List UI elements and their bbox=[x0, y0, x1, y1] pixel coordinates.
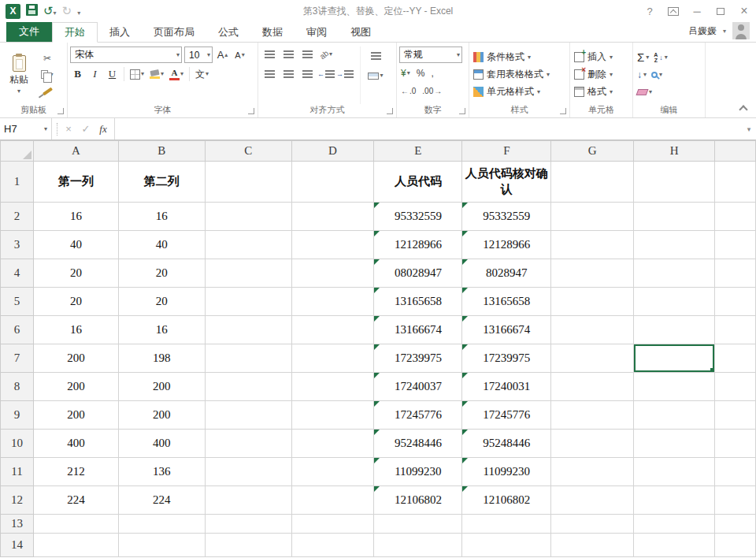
cell-C9[interactable] bbox=[205, 401, 291, 430]
cell-offsheet[interactable] bbox=[714, 288, 755, 316]
column-header-C[interactable]: C bbox=[205, 141, 291, 162]
cell-E3[interactable]: 12128966 bbox=[374, 231, 462, 259]
align-bottom-button[interactable] bbox=[298, 46, 316, 62]
cell-F9[interactable]: 17245776 bbox=[462, 401, 551, 430]
cell-E5[interactable]: 13165658 bbox=[374, 288, 462, 316]
cut-button[interactable]: ✂ bbox=[37, 51, 57, 65]
cell-H8[interactable] bbox=[634, 373, 715, 401]
bold-button[interactable]: B bbox=[70, 66, 85, 82]
cell-C1[interactable] bbox=[205, 162, 291, 203]
cell-D12[interactable] bbox=[291, 486, 374, 515]
cell-B11[interactable]: 136 bbox=[118, 458, 205, 486]
cell-offsheet[interactable] bbox=[714, 373, 755, 401]
cell-E9[interactable]: 17245776 bbox=[374, 401, 462, 430]
cell-C3[interactable] bbox=[205, 231, 291, 259]
font-name-combo[interactable]: 宋体 ▾ bbox=[70, 46, 182, 63]
row-header-8[interactable]: 8 bbox=[1, 373, 34, 401]
cell-H14[interactable] bbox=[634, 534, 715, 557]
cell-offsheet[interactable] bbox=[714, 486, 755, 515]
cell-B10[interactable]: 400 bbox=[118, 430, 205, 458]
cell-H9[interactable] bbox=[634, 401, 715, 430]
autosum-button[interactable]: Σ▾ bbox=[637, 50, 649, 64]
cell-G5[interactable] bbox=[551, 288, 634, 316]
cell-H3[interactable] bbox=[634, 231, 715, 259]
row-header-4[interactable]: 4 bbox=[1, 259, 34, 288]
row-header-5[interactable]: 5 bbox=[1, 288, 34, 316]
cell-B7[interactable]: 198 bbox=[118, 344, 205, 373]
select-all-corner[interactable] bbox=[1, 141, 34, 162]
maximize-button[interactable] bbox=[709, 0, 732, 22]
cell-G2[interactable] bbox=[551, 203, 634, 231]
cell-C14[interactable] bbox=[205, 534, 291, 557]
row-header-14[interactable]: 14 bbox=[1, 534, 34, 557]
cell-H4[interactable] bbox=[634, 259, 715, 288]
column-header-A[interactable]: A bbox=[33, 141, 118, 162]
format-painter-button[interactable] bbox=[37, 84, 57, 99]
cell-G6[interactable] bbox=[551, 316, 634, 344]
align-center-button[interactable] bbox=[280, 66, 297, 82]
cell-B9[interactable]: 200 bbox=[118, 401, 205, 430]
row-header-1[interactable]: 1 bbox=[1, 162, 34, 203]
cell-offsheet[interactable] bbox=[714, 458, 755, 486]
cell-A13[interactable] bbox=[33, 515, 118, 534]
align-right-button[interactable] bbox=[298, 66, 316, 82]
cell-G10[interactable] bbox=[551, 430, 634, 458]
cell-B3[interactable]: 40 bbox=[118, 231, 205, 259]
cell-A11[interactable]: 212 bbox=[33, 458, 118, 486]
conditional-formatting-button[interactable]: 条件格式▾ bbox=[472, 50, 567, 65]
italic-button[interactable]: I bbox=[87, 66, 102, 82]
tab-page-layout[interactable]: 页面布局 bbox=[142, 22, 206, 42]
insert-function-button[interactable]: fx bbox=[95, 121, 111, 138]
cell-F7[interactable]: 17239975 bbox=[462, 344, 551, 373]
cell-C13[interactable] bbox=[205, 515, 291, 534]
dialog-launcher-icon[interactable] bbox=[57, 108, 64, 114]
cell-G4[interactable] bbox=[551, 259, 634, 288]
cell-H12[interactable] bbox=[634, 486, 715, 515]
cell-D5[interactable] bbox=[291, 288, 374, 316]
cell-A3[interactable]: 40 bbox=[33, 231, 118, 259]
cell-E1[interactable]: 人员代码 bbox=[374, 162, 462, 203]
cell-A4[interactable]: 20 bbox=[33, 259, 118, 288]
cell-H6[interactable] bbox=[634, 316, 715, 344]
cell-B12[interactable]: 224 bbox=[118, 486, 205, 515]
row-header-12[interactable]: 12 bbox=[1, 486, 34, 515]
cell-offsheet[interactable] bbox=[714, 259, 755, 288]
row-header-11[interactable]: 11 bbox=[1, 458, 34, 486]
cell-G9[interactable] bbox=[551, 401, 634, 430]
cell-G12[interactable] bbox=[551, 486, 634, 515]
accounting-format-button[interactable]: ¥▾ bbox=[399, 66, 412, 80]
cell-H10[interactable] bbox=[634, 430, 715, 458]
find-select-button[interactable]: ▾ bbox=[651, 72, 662, 78]
save-button[interactable] bbox=[26, 4, 38, 19]
cell-E6[interactable]: 13166674 bbox=[374, 316, 462, 344]
row-header-2[interactable]: 2 bbox=[1, 203, 34, 231]
column-header-F[interactable]: F bbox=[462, 141, 551, 162]
cell-B8[interactable]: 200 bbox=[118, 373, 205, 401]
cell-D6[interactable] bbox=[291, 316, 374, 344]
borders-button[interactable]: ▾ bbox=[128, 66, 146, 82]
cell-D2[interactable] bbox=[291, 203, 374, 231]
cell-A14[interactable] bbox=[33, 534, 118, 557]
collapse-ribbon-button[interactable] bbox=[739, 105, 747, 113]
cell-E10[interactable]: 95248446 bbox=[374, 430, 462, 458]
cell-E7[interactable]: 17239975 bbox=[374, 344, 462, 373]
cell-A9[interactable]: 200 bbox=[33, 401, 118, 430]
redo-button[interactable]: ↻ bbox=[62, 4, 72, 18]
increase-decimal-button[interactable]: ←.0 bbox=[399, 84, 417, 98]
formula-bar-splitter[interactable] bbox=[52, 123, 57, 136]
align-top-button[interactable] bbox=[261, 46, 278, 62]
cell-G3[interactable] bbox=[551, 231, 634, 259]
decrease-indent-button[interactable]: ← bbox=[317, 66, 335, 82]
tab-home[interactable]: 开始 bbox=[52, 22, 98, 43]
comma-style-button[interactable]: , bbox=[429, 66, 435, 80]
cell-A2[interactable]: 16 bbox=[33, 203, 118, 231]
cell-E13[interactable] bbox=[374, 515, 462, 534]
cell-A12[interactable]: 224 bbox=[33, 486, 118, 515]
wrap-text-button[interactable] bbox=[364, 48, 387, 64]
font-color-button[interactable]: A▾ bbox=[168, 66, 185, 82]
cell-offsheet[interactable] bbox=[714, 430, 755, 458]
fill-button[interactable]: ↓▾ bbox=[637, 69, 647, 80]
cell-C10[interactable] bbox=[205, 430, 291, 458]
tab-file[interactable]: 文件 bbox=[6, 21, 52, 42]
cell-G8[interactable] bbox=[551, 373, 634, 401]
